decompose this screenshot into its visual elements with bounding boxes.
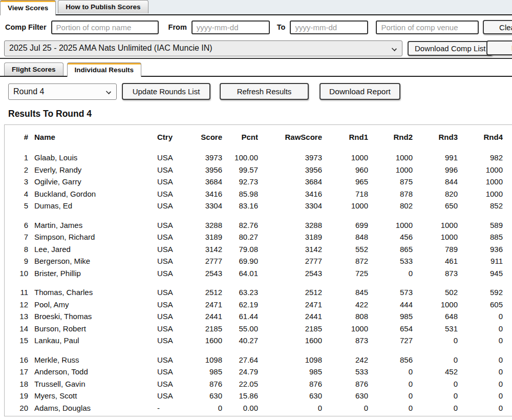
cell-rnd1: 0 xyxy=(322,402,368,414)
cell-score: 3288 xyxy=(190,219,222,232)
cell-score: 2471 xyxy=(190,299,222,311)
cell-ctry: USA xyxy=(157,378,190,390)
cell-rnd3: 1000 xyxy=(413,231,458,243)
table-row: 4Buckland, GordonUSA341685.9834167188788… xyxy=(15,188,503,200)
cell-name: Merkle, Russ xyxy=(28,354,157,366)
cell-rawscore: 2185 xyxy=(258,323,322,335)
cell-rank: 17 xyxy=(15,366,28,378)
cell-rnd1: 872 xyxy=(322,255,368,267)
cell-rnd2: 654 xyxy=(368,323,413,335)
table-row: 2Everly, RandyUSA395699.5739569601000996… xyxy=(15,164,503,176)
cell-score: 985 xyxy=(190,366,222,378)
cell-rnd2: 856 xyxy=(368,354,413,366)
cell-rank: 7 xyxy=(15,231,28,243)
cell-rnd2: 444 xyxy=(368,299,413,311)
cell-score: 3416 xyxy=(190,188,222,200)
cell-name: Broeski, Thomas xyxy=(28,310,157,323)
tab-view-scores[interactable]: View Scores xyxy=(0,0,56,15)
download-report-button[interactable]: Download Report xyxy=(319,83,400,100)
cell-pcnt: 40.27 xyxy=(222,334,258,347)
cell-name: Glaab, Louis xyxy=(28,152,157,164)
cell-rank: 3 xyxy=(15,176,28,188)
page-title: Results To Round 4 xyxy=(8,109,512,119)
cell-rnd2: 1000 xyxy=(368,219,413,232)
from-date-input[interactable] xyxy=(191,20,270,34)
cell-ctry: USA xyxy=(157,286,190,299)
cell-rnd3: 0 xyxy=(413,378,458,390)
tab-flight-scores[interactable]: Flight Scores xyxy=(4,62,63,76)
cell-rnd4: 0 xyxy=(458,323,503,335)
cell-rnd1: 873 xyxy=(322,334,368,347)
cell-name: Trussell, Gavin xyxy=(28,378,157,390)
cell-pcnt: 92.73 xyxy=(222,176,258,188)
cell-rnd4: 852 xyxy=(458,200,503,212)
tab-view-scores-label: View Scores xyxy=(8,4,48,12)
table-row: 6Martin, JamesUSA328882.7632886991000100… xyxy=(15,219,503,232)
round-select[interactable]: Round 4 xyxy=(8,83,117,100)
cell-name: Anderson, Todd xyxy=(28,366,157,378)
cell-ctry: USA xyxy=(157,354,190,366)
cell-rawscore: 3304 xyxy=(258,200,322,212)
cell-pcnt: 85.98 xyxy=(222,188,258,200)
cell-rawscore: 1600 xyxy=(258,334,322,347)
cell-name: Buckland, Gordon xyxy=(28,188,157,200)
column-header: Pcnt xyxy=(222,131,258,143)
cell-ctry: USA xyxy=(157,267,190,280)
cell-name: Dumas, Ed xyxy=(28,200,157,212)
cell-rnd4: 0 xyxy=(458,366,503,378)
cell-pcnt: 82.76 xyxy=(222,219,258,232)
comp-select[interactable]: 2025 Jul 25 - 2025 AMA Nats Unlimited (I… xyxy=(4,40,402,56)
cell-rnd3: 820 xyxy=(413,188,458,200)
column-header: Name xyxy=(28,131,157,143)
cell-rnd3: 650 xyxy=(413,200,458,212)
cell-rnd1: 845 xyxy=(322,286,368,299)
cell-rnd2: 0 xyxy=(368,402,413,414)
cell-rnd3: 502 xyxy=(413,286,458,299)
cell-rawscore: 2777 xyxy=(258,255,322,267)
tab-how-to-publish-scores[interactable]: How to Publish Scores xyxy=(58,0,148,13)
chevron-down-icon xyxy=(392,46,397,51)
hide-comp-list-button[interactable]: Hide Comp List xyxy=(486,40,512,55)
cell-rnd4: 0 xyxy=(458,354,503,366)
refresh-results-button[interactable]: Refresh Results xyxy=(220,83,309,100)
cell-rank: 12 xyxy=(15,299,28,311)
comp-filter-label: Comp Filter xyxy=(5,23,47,31)
to-label: To xyxy=(277,23,286,31)
comp-select-value: 2025 Jul 25 - 2025 AMA Nats Unlimited (I… xyxy=(9,44,212,53)
cell-score: 3142 xyxy=(190,243,222,256)
cell-rnd4: 0 xyxy=(458,402,503,414)
cell-name: Everly, Randy xyxy=(28,164,157,176)
comp-venue-input[interactable] xyxy=(376,20,479,34)
cell-score: 630 xyxy=(190,390,222,402)
cell-rnd1: 848 xyxy=(322,231,368,243)
cell-rank: 4 xyxy=(15,188,28,200)
table-row: 3Ogilvie, GarryUSA368492.733684965875844… xyxy=(15,176,503,188)
tab-individual-results[interactable]: Individual Results xyxy=(67,62,142,77)
cell-rnd3: 461 xyxy=(413,255,458,267)
column-header: Rnd3 xyxy=(413,131,458,143)
to-date-input[interactable] xyxy=(290,20,368,34)
cell-rnd2: 985 xyxy=(368,310,413,323)
cell-rnd2: 878 xyxy=(368,188,413,200)
clear-button[interactable]: Clear xyxy=(483,20,512,34)
cell-rnd4: 936 xyxy=(458,243,503,256)
cell-rnd2: 573 xyxy=(368,286,413,299)
comp-name-input[interactable] xyxy=(51,20,159,34)
cell-rank: 18 xyxy=(15,378,28,390)
cell-rnd3: 1000 xyxy=(413,219,458,232)
cell-rnd4: 885 xyxy=(458,231,503,243)
download-comp-list-button[interactable]: Download Comp List xyxy=(408,41,493,56)
cell-rnd3: 648 xyxy=(413,310,458,323)
spacer-row xyxy=(15,347,503,354)
cell-rank: 11 xyxy=(15,286,28,299)
cell-ctry: USA xyxy=(157,310,190,323)
cell-rank: 13 xyxy=(15,310,28,323)
table-row: 17Anderson, ToddUSA98524.7998553304520 xyxy=(15,366,503,378)
cell-name: Brister, Phillip xyxy=(28,267,157,280)
update-rounds-list-button[interactable]: Update Rounds List xyxy=(122,83,210,100)
cell-rnd1: 1000 xyxy=(322,323,368,335)
cell-rnd2: 0 xyxy=(368,390,413,402)
column-header: Rnd4 xyxy=(458,131,503,143)
cell-rnd1: 552 xyxy=(322,243,368,256)
column-header: Ctry xyxy=(157,131,190,143)
